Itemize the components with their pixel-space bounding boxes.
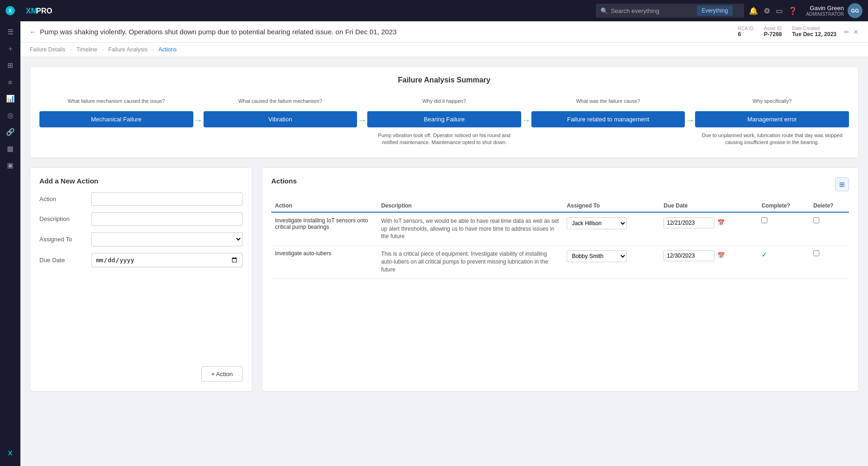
grid-view-button[interactable]: ⊞ xyxy=(835,177,849,191)
actions-title: Actions xyxy=(271,177,297,185)
action-complete-2: ✓ xyxy=(758,246,810,278)
flow-question-3: Why did it happen? xyxy=(421,94,468,108)
user-info: Gavin Green ADMINISTRATOR GG xyxy=(806,3,862,18)
assigned-select-1[interactable]: Jack Hillson Bobby Smith xyxy=(567,217,627,229)
complete-check-2: ✓ xyxy=(761,251,767,258)
flow-arrow-4: → xyxy=(686,94,694,126)
table-head: Action Description Assigned To Due Date … xyxy=(271,200,849,212)
flow-desc-3: Pump vibration took off. Operator notice… xyxy=(367,130,521,148)
breadcrumb-actions[interactable]: Actions xyxy=(159,46,177,53)
action-name-2: Investigate auto-lubers xyxy=(271,246,377,278)
flow-question-5: Why specifically? xyxy=(751,94,793,108)
add-action-button[interactable]: + Action xyxy=(201,366,243,382)
delete-checkbox-1[interactable] xyxy=(813,217,819,223)
svg-text:XM: XM xyxy=(26,7,37,15)
due-date-label: Due Date xyxy=(39,257,86,264)
meta-rca: RCA ID: 6 xyxy=(738,26,754,38)
complete-checkbox-1[interactable] xyxy=(761,217,767,223)
everything-button[interactable]: Everything xyxy=(697,6,733,16)
sidebar-icon-calendar[interactable]: ▦ xyxy=(3,141,18,156)
user-text: Gavin Green ADMINISTRATOR xyxy=(806,5,844,17)
search-icon: 🔍 xyxy=(600,7,608,14)
breadcrumb-failure-analysis[interactable]: Failure Analysis xyxy=(108,46,147,53)
calendar-icon-2[interactable]: 📅 xyxy=(717,252,725,259)
svg-text:PRO: PRO xyxy=(36,7,52,15)
breadcrumb-arrow-2: → xyxy=(100,46,106,53)
main-area: XM PRO 🔍 Everything 🔔 ⚙ ▭ ❓ Gavin Green … xyxy=(20,0,868,466)
nav-icons: 🔔 ⚙ ▭ ❓ xyxy=(749,6,798,15)
sidebar-icon-menu[interactable]: ☰ xyxy=(3,25,18,39)
search-bar[interactable]: 🔍 Everything xyxy=(596,4,744,18)
form-row-assigned: Assigned To Jack Hillson Bobby Smith xyxy=(39,232,243,246)
back-button[interactable]: ← xyxy=(30,28,36,36)
assigned-select-2[interactable]: Jack Hillson Bobby Smith xyxy=(567,250,627,262)
action-assigned-1: Jack Hillson Bobby Smith xyxy=(563,212,660,246)
breadcrumb-arrow-1: → xyxy=(68,46,74,53)
action-label: Action xyxy=(39,195,86,202)
flow-question-2: What caused the failure mechanism? xyxy=(236,94,324,108)
form-row-description: Description xyxy=(39,212,243,226)
top-nav: XM PRO 🔍 Everything 🔔 ⚙ ▭ ❓ Gavin Green … xyxy=(20,0,868,21)
flow-arrow-1: → xyxy=(194,94,203,126)
sidebar-icon-box[interactable]: ▣ xyxy=(3,158,18,173)
sidebar: X ☰ ＋ ⊞ ≡ 📊 ◎ 🔗 ▦ ▣ X xyxy=(0,0,20,466)
action-desc-2: This is a critical piece of equipment. I… xyxy=(377,246,563,278)
close-icon[interactable]: ✕ xyxy=(853,28,859,36)
summary-card: Failure Analysis Summary What failure me… xyxy=(30,66,859,158)
flow-desc-5: Due to unplanned work, lubrication route… xyxy=(695,130,849,148)
meta-actions: ✏ ✕ xyxy=(844,28,859,36)
action-date-2: 📅 xyxy=(660,246,758,278)
page-meta: RCA ID: 6 Asset ID: P-7268 Date Created:… xyxy=(738,26,836,38)
breadcrumb-timeline[interactable]: Timeline xyxy=(77,46,97,53)
gear-icon[interactable]: ⚙ xyxy=(764,6,770,15)
content-wrapper: ← Pump was shaking violently. Operations… xyxy=(20,21,868,466)
meta-date: Date Created: Tue Dec 12, 2023 xyxy=(792,26,836,38)
search-input[interactable] xyxy=(611,7,694,14)
flow-step-1: What failure mechanism caused the issue?… xyxy=(39,94,193,134)
sidebar-icon-grid[interactable]: ⊞ xyxy=(3,58,18,73)
flow-step-2: What caused the failure mechanism? Vibra… xyxy=(204,94,357,134)
actions-table: Action Description Assigned To Due Date … xyxy=(271,200,849,279)
due-date-1[interactable] xyxy=(664,217,715,228)
tablet-icon[interactable]: ▭ xyxy=(776,6,783,15)
form-row-due-date: Due Date xyxy=(39,253,243,267)
sidebar-icon-add[interactable]: ＋ xyxy=(3,41,18,56)
page-title: Pump was shaking violently. Operations s… xyxy=(40,28,396,36)
flow-answer-3: Bearing Failure xyxy=(367,111,521,127)
flow-arrow-3: → xyxy=(522,94,530,126)
flow-question-4: What was the failure cause? xyxy=(574,94,642,108)
help-icon[interactable]: ❓ xyxy=(788,6,798,15)
action-delete-2 xyxy=(810,246,849,278)
sidebar-icon-chart[interactable]: 📊 xyxy=(3,91,18,106)
page-header: ← Pump was shaking violently. Operations… xyxy=(20,21,868,43)
breadcrumb-arrow-3: → xyxy=(150,46,156,53)
add-action-card: Add a New Action Action Description Assi… xyxy=(30,167,252,391)
description-input[interactable] xyxy=(91,212,243,226)
table-header-row: Action Description Assigned To Due Date … xyxy=(271,200,849,212)
flow-step-3: Why did it happen? Bearing Failure Pump … xyxy=(367,94,521,148)
actions-header: Actions ⊞ xyxy=(271,177,849,192)
breadcrumb-failure-details[interactable]: Failure Details xyxy=(30,46,65,53)
form-row-action: Action xyxy=(39,192,243,206)
sidebar-icon-list[interactable]: ≡ xyxy=(3,75,18,89)
bell-icon[interactable]: 🔔 xyxy=(749,6,758,15)
due-date-2[interactable] xyxy=(664,250,715,261)
due-date-input[interactable] xyxy=(91,253,243,267)
table-body: Investigate installing IoT sensors onto … xyxy=(271,212,849,278)
user-role: ADMINISTRATOR xyxy=(806,12,844,17)
edit-icon[interactable]: ✏ xyxy=(844,28,849,36)
nav-logo: XM PRO xyxy=(26,5,63,16)
col-complete: Complete? xyxy=(758,200,810,212)
summary-title: Failure Analysis Summary xyxy=(39,76,849,84)
sidebar-icon-circle[interactable]: ◎ xyxy=(3,108,18,123)
delete-checkbox-2[interactable] xyxy=(813,250,819,256)
calendar-icon-1[interactable]: 📅 xyxy=(717,219,725,226)
sidebar-icon-link[interactable]: 🔗 xyxy=(3,125,18,139)
col-assigned-to: Assigned To xyxy=(563,200,660,212)
flow-desc-2 xyxy=(278,130,282,134)
description-label: Description xyxy=(39,215,86,222)
svg-text:X: X xyxy=(9,8,12,13)
action-input[interactable] xyxy=(91,192,243,206)
assigned-to-select[interactable]: Jack Hillson Bobby Smith xyxy=(91,232,243,246)
action-delete-1 xyxy=(810,212,849,246)
